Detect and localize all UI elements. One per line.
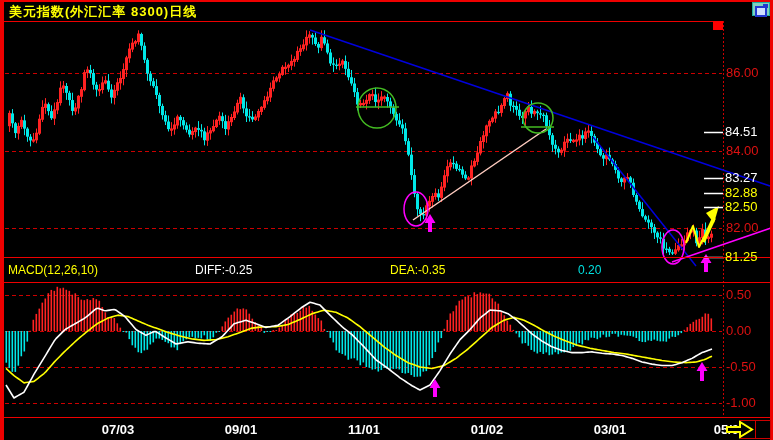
date-label: 09/01 bbox=[213, 422, 269, 437]
macd-scale-label: -1.00 bbox=[726, 395, 756, 410]
price-mark-label: 81.25 bbox=[725, 249, 758, 264]
right-arrow-icon[interactable] bbox=[726, 420, 754, 439]
diff-value-label: DIFF:-0.25 bbox=[195, 261, 252, 279]
date-label: 11/01 bbox=[336, 422, 392, 437]
dollar-index-chart-window: 美元指数(外汇汇率 8300)日线 MACD(12,26,10) DIFF:-0… bbox=[0, 0, 773, 440]
price-mark-label: 84.51 bbox=[725, 124, 758, 139]
chart-title: 美元指数(外汇汇率 8300)日线 bbox=[9, 3, 197, 21]
price-gridline-label: 82.00 bbox=[726, 220, 759, 235]
price-chart-canvas[interactable] bbox=[0, 0, 773, 440]
float-window-icon[interactable] bbox=[752, 2, 770, 16]
macd-scale-label: 0.50 bbox=[726, 287, 751, 302]
button-divider bbox=[755, 421, 756, 438]
price-gridline-label: 84.00 bbox=[726, 143, 759, 158]
price-mark-label: 82.50 bbox=[725, 199, 758, 214]
date-label: 07/03 bbox=[90, 422, 146, 437]
macd-bar-value-label: 0.20 bbox=[578, 261, 601, 279]
date-label: 01/02 bbox=[459, 422, 515, 437]
macd-scale-label: -0.50 bbox=[726, 359, 756, 374]
date-label: 03/01 bbox=[582, 422, 638, 437]
price-mark-label: 82.88 bbox=[725, 185, 758, 200]
macd-scale-label: 0.00 bbox=[726, 323, 751, 338]
price-gridline-label: 86.00 bbox=[726, 65, 759, 80]
restore-square-small-icon bbox=[763, 4, 768, 8]
macd-params-label: MACD(12,26,10) bbox=[8, 261, 98, 279]
price-mark-label: 83.27 bbox=[725, 170, 758, 185]
dea-value-label: DEA:-0.35 bbox=[390, 261, 445, 279]
